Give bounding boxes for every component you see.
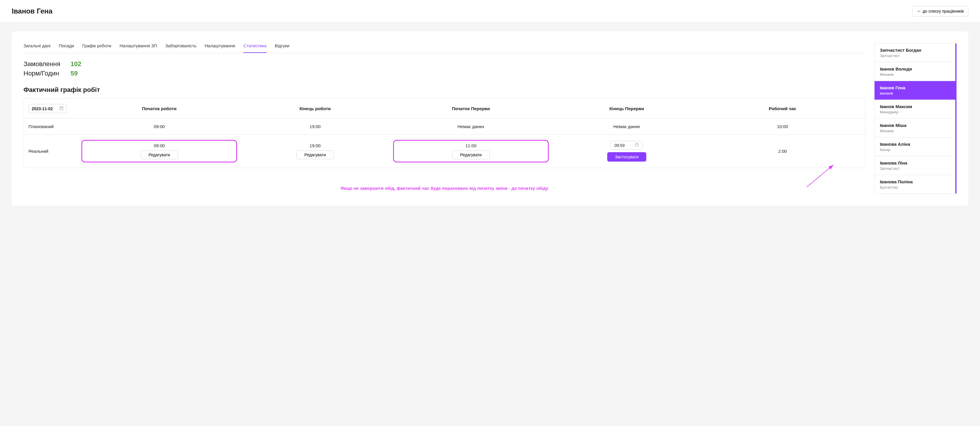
back-btn-label: до списку працівників [923,9,964,14]
table-header: 2023-11-02 Початок роботи [24,99,865,119]
employee-name: Іванов Гена [880,85,950,90]
planned-start-work: 09:00 [81,124,237,129]
actual-row: Реальний 09:00 Редагувати 19:00 Редагува… [24,135,865,168]
planned-work-time: 10:00 [705,124,861,129]
actual-end-work-cell: 19:00 Редагувати [237,143,393,159]
main-panel: Загальні дані Посади Графік роботи Налаш… [12,32,968,206]
arrow-left-icon: ← [917,8,921,14]
planned-start-break: Немає даних [393,124,549,129]
employee-role: Запчастист [880,166,950,171]
employee-role: Механік [880,129,950,133]
tab-stats[interactable]: Статистика [243,43,266,53]
work-table: 2023-11-02 Початок роботи [24,99,865,168]
annotation-text: Якщо не завершити обід, фактичний час бу… [24,186,865,191]
employee-role: Запчастист [880,54,950,58]
employee-sidebar: Запчастист БогданЗапчастистІванов Володя… [874,43,956,194]
planned-end-work: 19:00 [237,124,393,129]
left-column: Загальні дані Посади Графік роботи Налаш… [24,43,865,194]
employee-name: Іванова Ліна [880,161,950,165]
th-start-break: Початок Перерви [393,106,549,111]
stats-orders-value: 102 [70,60,81,68]
tabs: Загальні дані Посади Графік роботи Налаш… [24,43,865,53]
planned-end-break: Немає даних [549,124,705,129]
planned-row: Планований 09:00 19:00 Немає даних Немає… [24,119,865,135]
th-start-work: Початок роботи [81,106,237,111]
stats-hours-value: 59 [70,70,78,77]
employee-item[interactable]: Іванов ВолодяМеханік [875,62,955,81]
employee-role: механік [880,91,950,95]
employee-name: Іванова Поліна [880,179,950,184]
th-end-break: Кінець Перерви [549,106,705,111]
actual-start-break-cell: 11:00 Редагувати [393,140,549,162]
date-picker[interactable]: 2023-11-02 [29,104,67,113]
stats-orders-label: Замовлення [24,60,65,68]
date-picker-cell: 2023-11-02 [29,104,81,113]
employee-role: Менеджер [880,110,950,114]
tab-schedule[interactable]: Графік роботи [82,43,111,53]
employee-name: Запчастист Богдан [880,48,950,52]
employee-role: Касир [880,148,950,152]
employee-role: Бухгалтер [880,185,950,189]
stats-hours-row: Норм/Годин 59 [24,70,865,77]
stats-block: Замовлення 102 Норм/Годин 59 [24,60,865,77]
employee-name: Іванов Володя [880,67,950,72]
stats-orders-row: Замовлення 102 [24,60,865,68]
edit-end-work-button[interactable]: Редагувати [296,150,334,159]
actual-label: Реальний [29,149,81,154]
actual-end-break-cell: 09:59 Застосувати [549,141,705,162]
employee-item[interactable]: Іванов МаксимМенеджер [875,100,955,119]
tab-general[interactable]: Загальні дані [24,43,51,53]
annotation-label: Якщо не завершити обід, фактичний час бу… [341,186,549,191]
employee-name: Іванов Міша [880,123,950,128]
end-break-stack: 09:59 Застосувати [549,141,705,162]
actual-start-work-value: 09:00 [154,143,165,148]
tab-debt[interactable]: Заборгованість [165,43,197,53]
employee-item[interactable]: Іванов Генамеханік [875,81,955,100]
tab-salary[interactable]: Налаштування ЗП [119,43,157,53]
actual-start-work-cell: 09:00 Редагувати [81,140,237,162]
svg-rect-0 [60,106,63,110]
actual-work-time: 2:00 [705,149,861,154]
calendar-icon [59,106,64,111]
employee-item[interactable]: Іванов МішаМеханік [875,119,955,137]
back-to-list-button[interactable]: ← до списку працівників [912,6,968,16]
page-body: Загальні дані Посади Графік роботи Налаш… [0,22,980,215]
end-work-stack: 19:00 Редагувати [237,143,393,159]
employee-item[interactable]: Іванова ЛінаЗапчастист [875,156,955,175]
end-break-time-input[interactable]: 09:59 [611,141,643,150]
highlight-start-break: 11:00 Редагувати [393,140,549,162]
highlight-start-work: 09:00 Редагувати [81,140,237,162]
employee-role: Механік [880,72,950,77]
employee-item[interactable]: Запчастист БогданЗапчастист [875,43,955,62]
actual-start-break-value: 11:00 [465,143,476,148]
th-end-work: Кінець роботи [237,106,393,111]
apply-button[interactable]: Застосувати [607,152,646,162]
svg-line-6 [807,165,833,187]
edit-start-work-button[interactable]: Редагувати [141,150,178,159]
tab-reviews[interactable]: Відгуки [275,43,290,53]
employee-item[interactable]: Іванова ПолінаБухгалтер [875,175,955,194]
employee-name: Іванова Аліна [880,141,950,146]
employee-name: Іванов Максим [880,104,950,109]
date-value: 2023-11-02 [32,106,53,111]
section-title: Фактичний графік робіт [24,86,865,94]
page-title: Іванов Гена [12,7,52,15]
top-header: Іванов Гена ← до списку працівників [0,0,980,22]
end-break-time-value: 09:59 [614,143,625,148]
employee-list: Запчастист БогданЗапчастистІванов Володя… [875,43,955,194]
stats-hours-label: Норм/Годин [24,70,65,77]
th-work-time: Робочий час [705,106,861,111]
employee-item[interactable]: Іванова АлінаКасир [875,137,955,156]
planned-label: Планований [29,124,81,129]
actual-end-work-value: 19:00 [310,143,321,148]
tab-settings[interactable]: Налаштування [205,43,235,53]
edit-start-break-button[interactable]: Редагувати [452,150,489,159]
clock-icon [635,143,639,148]
tab-positions[interactable]: Посади [59,43,74,53]
